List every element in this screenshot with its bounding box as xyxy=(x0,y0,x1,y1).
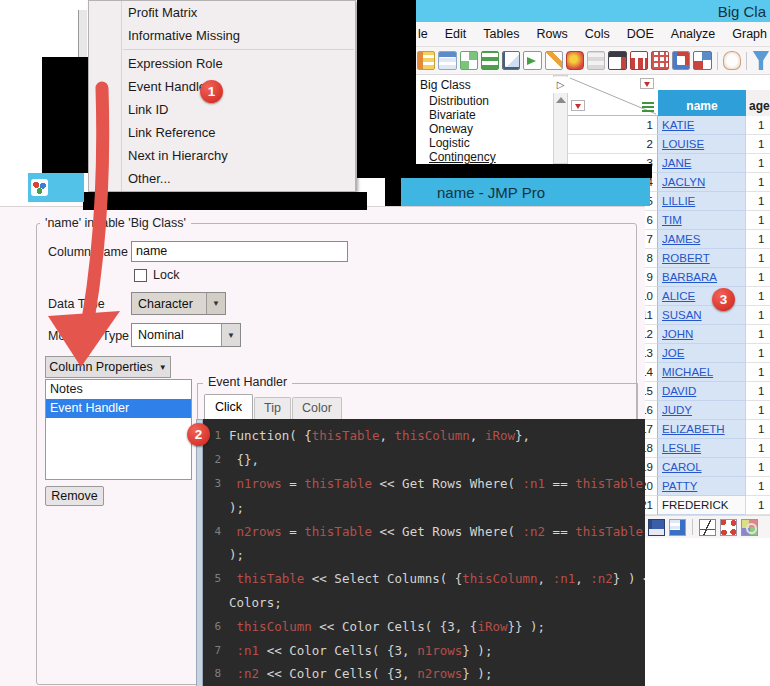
age-cell[interactable]: 1 xyxy=(746,154,770,173)
name-cell[interactable]: TIM xyxy=(658,211,746,230)
name-cell[interactable]: JOE xyxy=(658,344,746,363)
main-window-titlebar[interactable]: Big Cla xyxy=(415,0,770,22)
age-cell[interactable]: 1 xyxy=(746,306,770,325)
age-cell[interactable]: 1 xyxy=(746,192,770,211)
age-cell[interactable]: 1 xyxy=(746,496,770,515)
lock-checkbox[interactable] xyxy=(134,269,147,282)
name-cell[interactable]: FREDERICK xyxy=(658,496,746,515)
age-cell[interactable]: 1 xyxy=(746,363,770,382)
plot-yx-icon[interactable] xyxy=(502,51,520,70)
age-cell[interactable]: 1 xyxy=(746,135,770,154)
dialog-titlebar[interactable]: name - JMP Pro xyxy=(400,178,650,206)
column-header-age[interactable]: age xyxy=(746,90,770,116)
menu-item-other[interactable]: Other... xyxy=(89,167,355,190)
remove-button[interactable]: Remove xyxy=(45,486,104,506)
name-cell[interactable]: CAROL xyxy=(658,458,746,477)
distribution-icon[interactable] xyxy=(630,51,648,70)
menu-edit[interactable]: Edit xyxy=(445,27,467,41)
name-cell[interactable]: JOHN xyxy=(658,325,746,344)
panel-item-contingency[interactable]: Contingency xyxy=(416,150,553,164)
name-cell[interactable]: LESLIE xyxy=(658,439,746,458)
menu-item-next-in-hierarchy[interactable]: Next in Hierarchy xyxy=(89,144,355,167)
tab-click[interactable]: Click xyxy=(204,394,253,419)
name-cell[interactable]: PATTY xyxy=(658,477,746,496)
column-header-name[interactable]: name xyxy=(658,90,746,116)
edit-script-icon[interactable] xyxy=(545,51,563,70)
column-properties-button[interactable]: Column Properties ▼ xyxy=(45,356,171,378)
summary-table-icon[interactable] xyxy=(438,51,456,70)
modeling-type-dropdown[interactable]: Nominal ▼ xyxy=(131,323,241,347)
graph-icon[interactable] xyxy=(720,519,737,536)
panel-scrollbar[interactable]: ▷ xyxy=(553,75,568,164)
chart-icon[interactable] xyxy=(699,519,716,536)
fit-model-icon[interactable] xyxy=(651,51,669,70)
matched-pairs-icon[interactable] xyxy=(672,51,690,70)
menu-doe[interactable]: DOE xyxy=(627,27,654,41)
tables-icon[interactable] xyxy=(566,51,584,70)
missing-pattern-icon[interactable] xyxy=(587,51,605,70)
name-cell[interactable]: BARBARA xyxy=(658,268,746,287)
name-cell[interactable]: LOUISE xyxy=(658,135,746,154)
jsl-code-editor[interactable]: 1Function( {thisTable, thisColumn, iRow}… xyxy=(203,419,645,686)
age-cell[interactable]: 1 xyxy=(746,287,770,306)
age-cell[interactable]: 1 xyxy=(746,249,770,268)
property-item-notes[interactable]: Notes xyxy=(46,380,191,399)
name-cell[interactable]: ROBERT xyxy=(658,249,746,268)
grabber-icon[interactable] xyxy=(723,51,741,70)
age-cell[interactable]: 1 xyxy=(746,344,770,363)
menu-item-link-reference[interactable]: Link Reference xyxy=(89,121,355,144)
scroll-up-icon[interactable] xyxy=(556,97,566,103)
age-cell[interactable]: 1 xyxy=(746,439,770,458)
age-cell[interactable]: 1 xyxy=(746,325,770,344)
tab-color[interactable]: Color xyxy=(292,397,342,419)
rows-menu-icon[interactable] xyxy=(571,100,585,111)
name-cell[interactable]: SUSAN xyxy=(658,306,746,325)
age-cell[interactable]: 1 xyxy=(746,382,770,401)
age-cell[interactable]: 1 xyxy=(746,211,770,230)
table-corner-header[interactable] xyxy=(568,75,658,116)
age-cell[interactable]: 1 xyxy=(746,116,770,135)
data-type-dropdown[interactable]: Character ▼ xyxy=(131,292,226,315)
menu-item-profit-matrix[interactable]: Profit Matrix xyxy=(89,1,355,24)
subset-icon[interactable] xyxy=(460,51,478,70)
menu-le[interactable]: le xyxy=(418,27,428,41)
search-pattern-icon[interactable] xyxy=(741,519,758,536)
panel-header[interactable]: Big Class xyxy=(416,75,553,94)
name-cell[interactable]: JUDY xyxy=(658,401,746,420)
columns-menu-icon[interactable] xyxy=(640,78,654,89)
age-cell[interactable]: 1 xyxy=(746,458,770,477)
panel-item-oneway[interactable]: Oneway xyxy=(416,122,553,136)
name-cell[interactable]: ELIZABETH xyxy=(658,420,746,439)
menu-graph[interactable]: Graph xyxy=(732,27,767,41)
menu-analyze[interactable]: Analyze xyxy=(671,27,715,41)
age-cell[interactable]: 1 xyxy=(746,401,770,420)
name-cell[interactable]: JANE xyxy=(658,154,746,173)
panel-item-distribution[interactable]: Distribution xyxy=(416,94,553,108)
menu-item-informative-missing[interactable]: Informative Missing xyxy=(89,24,355,47)
row-number[interactable]: 1 xyxy=(568,116,658,135)
menu-item-link-id[interactable]: Link ID xyxy=(89,98,355,121)
name-cell[interactable]: JACLYN xyxy=(658,173,746,192)
property-item-event-handler[interactable]: Event Handler xyxy=(46,399,191,418)
menu-item-expression-role[interactable]: Expression Role xyxy=(89,52,355,75)
age-cell[interactable]: 1 xyxy=(746,420,770,439)
data-filter-icon[interactable] xyxy=(752,51,770,70)
name-cell[interactable]: DAVID xyxy=(658,382,746,401)
column-name-input[interactable]: name xyxy=(131,241,348,262)
design-table-icon[interactable] xyxy=(608,51,626,70)
age-cell[interactable]: 1 xyxy=(746,173,770,192)
age-cell[interactable]: 1 xyxy=(746,230,770,249)
panel-item-logistic[interactable]: Logistic xyxy=(416,136,553,150)
panel-item-bivariate[interactable]: Bivariate xyxy=(416,108,553,122)
menu-cols[interactable]: Cols xyxy=(585,27,610,41)
age-cell[interactable]: 1 xyxy=(746,477,770,496)
partition-icon[interactable] xyxy=(693,51,711,70)
table-view-icon[interactable] xyxy=(669,519,686,536)
name-cell[interactable]: JAMES xyxy=(658,230,746,249)
age-cell[interactable]: 1 xyxy=(746,268,770,287)
disclosure-icon[interactable]: ▷ xyxy=(553,77,568,93)
name-cell[interactable]: LILLIE xyxy=(658,192,746,211)
tab-tip[interactable]: Tip xyxy=(254,397,291,419)
join-icon[interactable] xyxy=(523,51,541,70)
name-cell[interactable]: KATIE xyxy=(658,116,746,135)
